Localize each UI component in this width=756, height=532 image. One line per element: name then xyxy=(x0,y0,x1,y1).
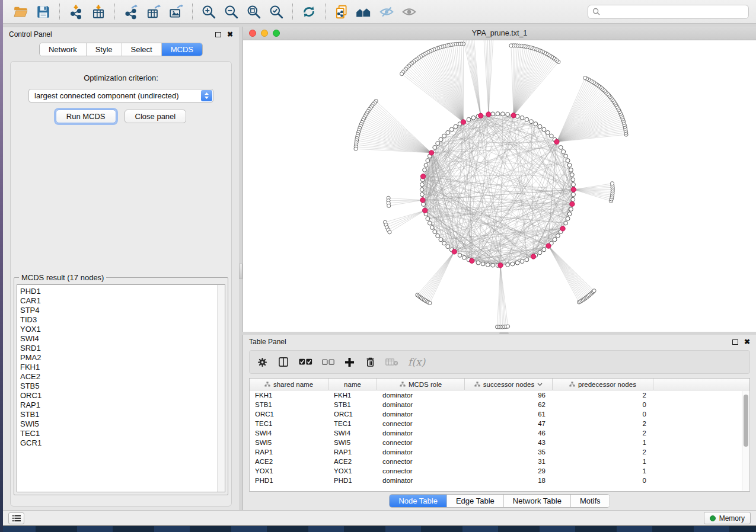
list-item[interactable]: CAR1 xyxy=(20,296,217,306)
table-row[interactable]: PHD1PHD1dominator180 xyxy=(250,476,749,485)
float-panel-icon[interactable] xyxy=(215,32,221,37)
zoom-selected-button[interactable] xyxy=(266,2,287,21)
cell-successor_nodes: 46 xyxy=(465,430,553,437)
list-scrollbar[interactable] xyxy=(217,285,225,492)
mcds-result-list: PHD1CAR1STP4TID3YOX1SWI4SRD1PMA2FKH1ACE2… xyxy=(17,285,217,492)
table-row[interactable]: YOX1YOX1connector291 xyxy=(250,466,749,476)
duplicate-network-button[interactable] xyxy=(331,2,352,21)
splitter-grip[interactable] xyxy=(239,264,243,279)
cell-successor_nodes: 96 xyxy=(465,392,553,399)
houses-icon xyxy=(355,4,373,20)
show-all-button[interactable] xyxy=(398,2,420,21)
column-header-successor-nodes[interactable]: successor nodes xyxy=(465,379,553,390)
table-row[interactable]: RAP1RAP1dominator352 xyxy=(250,447,749,457)
delete-table-icon xyxy=(385,358,398,366)
tab-style[interactable]: Style xyxy=(87,43,122,56)
import-table-button[interactable] xyxy=(88,2,109,21)
table-row[interactable]: FKH1FKH1dominator962 xyxy=(250,390,749,400)
search-input[interactable] xyxy=(603,8,744,16)
close-panel-button[interactable]: Close panel xyxy=(125,110,187,123)
export-image-button[interactable] xyxy=(165,2,187,21)
cell-successor_nodes: 35 xyxy=(465,448,553,456)
table-splitter[interactable] xyxy=(243,332,756,335)
refresh-network-button[interactable] xyxy=(298,2,320,21)
list-item[interactable]: PMA2 xyxy=(20,353,217,363)
tab-mcds[interactable]: MCDS xyxy=(162,43,202,56)
table-row[interactable]: TEC1TEC1connector472 xyxy=(250,419,749,428)
network-canvas[interactable] xyxy=(243,40,756,332)
tab-node-table[interactable]: Node Table xyxy=(390,495,447,507)
zoom-out-button[interactable] xyxy=(221,2,242,21)
list-item[interactable]: SWI5 xyxy=(20,419,217,429)
save-session-button[interactable] xyxy=(33,2,54,21)
list-item[interactable]: SWI4 xyxy=(20,334,217,344)
app-window: Control Panel ✖ NetworkStyleSelectMCDS O… xyxy=(3,0,756,526)
import-network-button[interactable] xyxy=(65,2,87,21)
table-scrollbar[interactable] xyxy=(742,391,749,491)
first-neighbors-button[interactable] xyxy=(353,2,375,21)
cell-name: PHD1 xyxy=(328,477,377,484)
criterion-dropdown[interactable]: largest connected component (undirected) xyxy=(28,89,213,102)
table-row[interactable]: ACE2ACE2connector311 xyxy=(250,457,749,466)
cell-successor_nodes: 47 xyxy=(465,420,553,427)
list-item[interactable]: TID3 xyxy=(20,315,217,325)
export-network-button[interactable] xyxy=(120,2,142,21)
list-item[interactable]: STB5 xyxy=(20,382,217,391)
list-item[interactable]: STP4 xyxy=(20,306,217,315)
list-item[interactable]: FKH1 xyxy=(20,363,217,372)
close-window-light[interactable] xyxy=(249,30,256,37)
open-session-button[interactable] xyxy=(10,2,31,21)
zoom-in-button[interactable] xyxy=(198,2,219,21)
hide-selected-button[interactable] xyxy=(376,2,397,21)
list-item[interactable]: ACE2 xyxy=(20,372,217,382)
delete-column-button[interactable] xyxy=(365,356,376,368)
list-item[interactable]: GCR1 xyxy=(20,438,217,448)
close-panel-icon[interactable]: ✖ xyxy=(744,338,750,345)
table-row[interactable]: ORC1ORC1dominator610 xyxy=(250,409,749,419)
list-item[interactable]: ORC1 xyxy=(20,391,217,400)
table-row[interactable]: SWI4SWI4dominator462 xyxy=(250,428,749,438)
add-column-button[interactable] xyxy=(344,357,355,368)
tab-edge-table[interactable]: Edge Table xyxy=(447,495,504,507)
float-panel-icon[interactable] xyxy=(732,339,738,345)
tab-motifs[interactable]: Motifs xyxy=(571,495,610,507)
cell-shared_name: RAP1 xyxy=(250,448,328,456)
zoom-fit-button[interactable] xyxy=(243,2,264,21)
column-header-shared-name[interactable]: shared name xyxy=(250,379,328,390)
network-graph[interactable] xyxy=(243,40,756,332)
tab-network-table[interactable]: Network Table xyxy=(504,495,571,507)
list-item[interactable]: TEC1 xyxy=(20,429,217,438)
export-table-button[interactable] xyxy=(143,2,164,21)
minimize-window-light[interactable] xyxy=(261,30,268,37)
checked-boxes-icon xyxy=(299,358,312,366)
splitter-grip[interactable] xyxy=(499,332,509,334)
close-panel-icon[interactable]: ✖ xyxy=(227,31,233,38)
column-header-mcds-role[interactable]: MCDS role xyxy=(377,379,465,390)
panel-splitter[interactable] xyxy=(239,27,243,510)
table-row[interactable]: SWI5SWI5connector431 xyxy=(250,438,749,447)
column-header-name[interactable]: name xyxy=(328,379,377,390)
tab-network[interactable]: Network xyxy=(40,43,87,56)
select-all-button[interactable] xyxy=(299,358,312,366)
show-column-button[interactable] xyxy=(277,356,289,368)
table-settings-button[interactable] xyxy=(257,357,268,368)
deselect-all-button[interactable] xyxy=(322,359,334,366)
list-item[interactable]: STB1 xyxy=(20,410,217,419)
run-mcds-button[interactable]: Run MCDS xyxy=(56,110,116,123)
list-item[interactable]: YOX1 xyxy=(20,325,217,334)
sort-menu-icon[interactable] xyxy=(537,383,543,386)
maximize-window-light[interactable] xyxy=(273,30,280,37)
tab-select[interactable]: Select xyxy=(122,43,162,56)
import-network-icon xyxy=(68,4,84,20)
plus-icon xyxy=(344,357,355,368)
list-item[interactable]: RAP1 xyxy=(20,400,217,410)
memory-button[interactable]: Memory xyxy=(704,512,751,524)
column-header-predecessor-nodes[interactable]: predecessor nodes xyxy=(553,379,653,390)
table-row[interactable]: STB1STB1dominator620 xyxy=(250,400,749,409)
main-content: Control Panel ✖ NetworkStyleSelectMCDS O… xyxy=(3,24,756,510)
cell-successor_nodes: 29 xyxy=(465,467,553,475)
list-item[interactable]: SRD1 xyxy=(20,344,217,353)
show-panels-button[interactable] xyxy=(8,512,24,524)
scrollbar-thumb[interactable] xyxy=(744,395,748,447)
list-item[interactable]: PHD1 xyxy=(20,287,217,296)
